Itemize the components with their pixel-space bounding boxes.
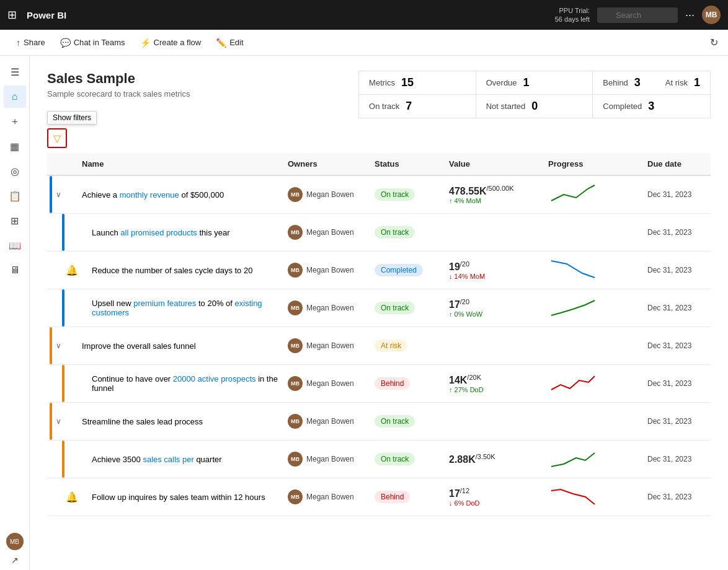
nav-onelake-icon[interactable]: ◎	[4, 160, 26, 182]
status-badge: Behind	[375, 491, 410, 503]
chat-in-teams-button[interactable]: 💬 Chat in Teams	[54, 35, 131, 51]
nav-menu-icon[interactable]: ☰	[4, 61, 26, 83]
row-value-8: 2.88K/3.50K	[444, 448, 543, 470]
status-badge: On track	[375, 188, 415, 201]
row-status-3: Completed	[370, 259, 444, 281]
row-bar-2	[47, 214, 77, 251]
table-row: 🔔 Follow up inquires by sales team withi…	[47, 478, 711, 516]
row-duedate-7: Dec 31, 2023	[642, 412, 711, 431]
metric-notstarted: Not started 0	[476, 95, 593, 118]
status-badge: On track	[375, 453, 415, 465]
user-avatar[interactable]: MB	[702, 6, 721, 24]
more-options-icon[interactable]: ···	[685, 9, 695, 22]
nav-learn-icon[interactable]: 📖	[4, 234, 26, 256]
row-value-5	[444, 341, 543, 351]
col-progress[interactable]: Progress	[543, 159, 642, 169]
row-bar-3: 🔔	[47, 252, 77, 289]
row-owner-7: MB Megan Bowen	[283, 409, 370, 434]
row-progress-1	[543, 177, 642, 212]
row-duedate-1: Dec 31, 2023	[642, 185, 711, 204]
share-button[interactable]: ↑ Share	[10, 35, 51, 51]
row-progress-9	[543, 480, 642, 514]
ontrack-label: On track	[369, 102, 399, 111]
row-duedate-4: Dec 31, 2023	[642, 299, 711, 317]
content-area: Sales Sample Sample scorecard to track s…	[30, 56, 728, 570]
row-owner-1: MB Megan Bowen	[283, 182, 370, 207]
owner-avatar: MB	[288, 225, 303, 240]
nav-user-avatar[interactable]: MB	[6, 533, 24, 550]
row-name-6: Continue to have over 20000 active prosp…	[77, 369, 283, 398]
expand-row-button[interactable]: ∨	[53, 414, 64, 428]
col-value[interactable]: Value	[444, 159, 543, 169]
expand-row-button[interactable]: ∨	[53, 339, 64, 353]
row-duedate-5: Dec 31, 2023	[642, 336, 711, 355]
row-status-6: Behind	[370, 372, 444, 395]
row-progress-4	[543, 291, 642, 325]
color-bar-blue	[50, 176, 52, 213]
metrics-label: Metrics	[369, 78, 395, 87]
status-badge: Behind	[375, 377, 410, 390]
metric-metrics: Metrics 15	[359, 71, 476, 95]
row-name-7: Streamline the sales lead process	[77, 412, 283, 431]
col-duedate[interactable]: Due date	[642, 159, 711, 169]
row-bar-6	[47, 365, 77, 402]
row-value-1: 478.55K/500.00K ↑ 4% MoM	[444, 180, 543, 209]
col-status[interactable]: Status	[370, 159, 444, 169]
row-owner-3: MB Megan Bowen	[283, 258, 370, 283]
status-badge: At risk	[375, 340, 407, 352]
apps-icon[interactable]: ⊞	[7, 8, 17, 22]
app-title: Power BI	[27, 10, 66, 20]
row-bar-8	[47, 441, 77, 478]
show-filters-button[interactable]: ▽	[47, 128, 67, 148]
color-bar-orange	[50, 403, 52, 440]
search-wrapper: 🔍	[597, 7, 678, 23]
table-row: 🔔 Reduce the number of sales cycle days …	[47, 252, 711, 289]
expand-row-button[interactable]: ∨	[53, 188, 64, 201]
nav-workspaces-icon[interactable]: 🖥	[4, 259, 26, 281]
col-owners[interactable]: Owners	[283, 159, 370, 169]
row-progress-8	[543, 442, 642, 476]
nav-expand-icon[interactable]: ↗	[11, 555, 19, 565]
completed-value: 3	[648, 100, 654, 113]
nav-browse-icon[interactable]: ▦	[4, 135, 26, 157]
flow-icon: ⚡	[140, 38, 151, 48]
scorecard-info: Sales Sample Sample scorecard to track s…	[47, 71, 344, 99]
overdue-value: 1	[523, 76, 530, 89]
col-name[interactable]: Name	[77, 159, 283, 169]
nav-metrics-icon[interactable]: 📋	[4, 185, 26, 207]
color-bar-blue	[62, 289, 64, 327]
left-nav: ☰ ⌂ ＋ ▦ ◎ 📋 ⊞ 📖 🖥 MB ↗	[0, 56, 30, 570]
nav-home-icon[interactable]: ⌂	[4, 86, 26, 108]
notification-icon: 🔔	[66, 491, 78, 503]
row-progress-7	[543, 416, 642, 426]
refresh-button[interactable]: ↻	[710, 37, 718, 48]
edit-button[interactable]: ✏️ Edit	[210, 35, 249, 51]
row-status-7: On track	[370, 410, 444, 432]
progress-chart	[548, 182, 598, 207]
table-row: ∨ Achieve a monthly revenue of $500,000 …	[47, 176, 711, 214]
edit-label: Edit	[229, 38, 243, 47]
main-layout: ☰ ⌂ ＋ ▦ ◎ 📋 ⊞ 📖 🖥 MB ↗ Sales Sample Samp…	[0, 56, 728, 570]
row-progress-6	[543, 366, 642, 401]
behind-label: Behind	[603, 78, 628, 87]
owner-avatar: MB	[288, 300, 303, 315]
row-name-9: Follow up inquires by sales team within …	[77, 488, 283, 507]
teams-icon: 💬	[60, 38, 71, 48]
metric-ontrack: On track 7	[359, 95, 476, 118]
search-input[interactable]	[597, 7, 678, 23]
nav-create-icon[interactable]: ＋	[4, 110, 26, 133]
share-label: Share	[24, 38, 45, 47]
row-value-4: 17/20 ↑ 0% WoW	[444, 293, 543, 323]
row-bar-expand-5: ∨	[47, 327, 77, 364]
ontrack-value: 7	[406, 100, 412, 113]
table-row: Continue to have over 20000 active prosp…	[47, 365, 711, 403]
status-badge: On track	[375, 226, 415, 239]
atrisk-value: 1	[694, 76, 700, 89]
nav-apps-icon[interactable]: ⊞	[4, 209, 26, 232]
row-name-3: Reduce the number of sales cycle days to…	[77, 261, 283, 280]
row-value-7	[444, 416, 543, 426]
create-flow-button[interactable]: ⚡ Create a flow	[134, 35, 208, 51]
row-status-2: On track	[370, 221, 444, 243]
row-duedate-8: Dec 31, 2023	[642, 450, 711, 468]
atrisk-label: At risk	[665, 78, 688, 87]
